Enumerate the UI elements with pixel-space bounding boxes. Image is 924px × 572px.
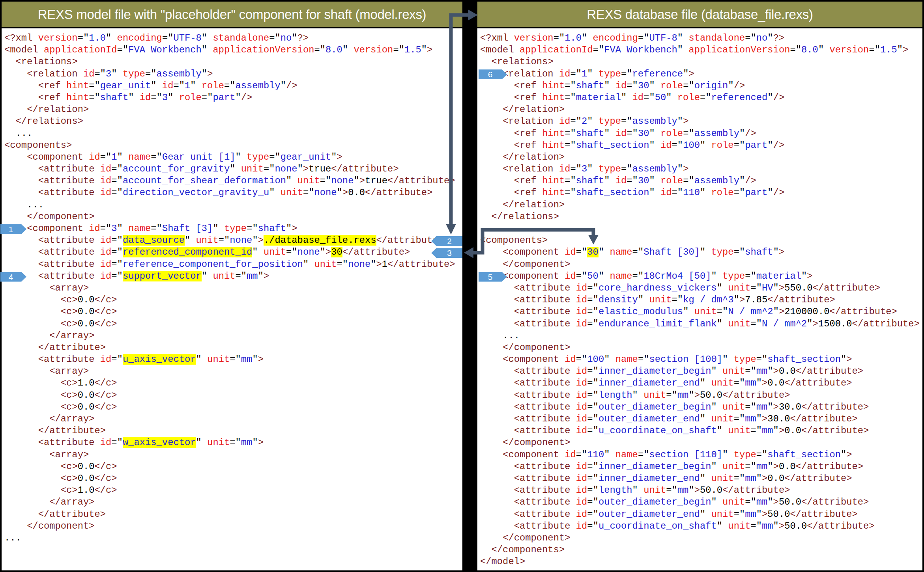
- code-line: </component>: [480, 259, 922, 270]
- panel-model-file: REXS model file with "placeholder" compo…: [2, 2, 462, 570]
- code-line: <attribute id="referenced_component_id" …: [4, 246, 462, 258]
- code-line: <attribute id="length" unit="mm">50.0</a…: [480, 389, 922, 401]
- panel-header-model-file: REXS model file with "placeholder" compo…: [2, 2, 462, 28]
- callout-badge-4: 4: [0, 272, 26, 282]
- code-line: <attribute id="inner_diameter_end" unit=…: [480, 377, 922, 389]
- code-line: <c>0.0</c>: [4, 401, 462, 413]
- code-line: <component id="3" name="Shaft [3]" type=…: [4, 223, 462, 235]
- highlighted-text: ./database_file.rexs: [264, 235, 376, 246]
- code-line: <c>0.0</c>: [4, 473, 462, 484]
- code-line: <attribute id="direction_vector_gravity_…: [4, 187, 462, 199]
- code-line: <attribute id="outer_diameter_end" unit=…: [480, 413, 922, 425]
- code-line: <component id="50" name="18CrMo4 [50]" t…: [480, 270, 922, 282]
- code-line: ...: [480, 330, 922, 342]
- code-line: <attribute id="u_coordinate_on_shaft" un…: [480, 520, 922, 532]
- code-line: </array>: [4, 413, 462, 425]
- panel-header-database-file: REXS database file (database_file.rexs): [477, 2, 922, 28]
- code-line: <array>: [4, 282, 462, 294]
- code-line: </component>: [480, 532, 922, 544]
- code-line: ...: [4, 532, 462, 544]
- code-line: <attribute id="u_coordinate_on_shaft" un…: [480, 425, 922, 437]
- code-line: <component id="110" name="section [110]"…: [480, 449, 922, 461]
- panel-title-model-file: REXS model file with "placeholder" compo…: [38, 7, 426, 22]
- callout-badge-5: 5: [479, 272, 507, 282]
- highlighted-text: u_axis_vector: [123, 354, 196, 365]
- code-line: <model applicationId="FVA Workbench" app…: [480, 44, 922, 56]
- code-line: <ref hint="material" id="50" role="refer…: [480, 92, 922, 104]
- code-line: </relation>: [480, 199, 922, 211]
- code-line: <c>0.0</c>: [4, 389, 462, 401]
- code-line: <?xml version="1.0" encoding="UTF-8" sta…: [4, 32, 462, 44]
- code-line: <attribute id="account_for_gravity" unit…: [4, 163, 462, 175]
- code-line: </relation>: [480, 104, 922, 116]
- code-line: </components>: [480, 544, 922, 556]
- code-line: <attribute id="inner_diameter_end" unit=…: [480, 473, 922, 484]
- code-line: <relation id="3" type="assembly">: [480, 163, 922, 175]
- code-line: <attribute id="outer_diameter_begin" uni…: [480, 401, 922, 413]
- code-line: </relation>: [480, 151, 922, 163]
- panel-title-database-file: REXS database file (database_file.rexs): [587, 7, 813, 22]
- highlighted-text: 30: [587, 247, 599, 257]
- code-line: <attribute id="outer_diameter_begin" uni…: [480, 496, 922, 508]
- code-line: <c>1.0</c>: [4, 377, 462, 389]
- code-line: <attribute id="u_axis_vector" unit="mm">: [4, 354, 462, 365]
- highlighted-text: w_axis_vector: [123, 437, 196, 448]
- panel-database-file: REXS database file (database_file.rexs) …: [477, 2, 922, 570]
- code-line: <attribute id="reference_component_for_p…: [4, 259, 462, 270]
- code-line: [480, 223, 922, 235]
- code-line: <attribute id="account_for_shear_deforma…: [4, 175, 462, 187]
- code-line: <ref hint="shaft" id="3" role="part"/>: [4, 92, 462, 104]
- code-line: <attribute id="outer_diameter_end" unit=…: [480, 509, 922, 520]
- code-line: </component>: [480, 342, 922, 354]
- code-line: ...: [4, 128, 462, 140]
- code-line: </component>: [480, 437, 922, 449]
- code-line: <components>: [480, 235, 922, 246]
- code-line: <component id="100" name="section [100]"…: [480, 354, 922, 365]
- code-line: <attribute id="core_hardness_vickers" un…: [480, 282, 922, 294]
- code-line: <attribute id="density" unit="kg / dm^3"…: [480, 294, 922, 306]
- code-area-database-file: <?xml version="1.0" encoding="UTF-8" sta…: [477, 28, 922, 570]
- code-line: <ref hint="shaft" id="30" role="assembly…: [480, 175, 922, 187]
- code-line: <relation id="2" type="assembly">: [480, 116, 922, 127]
- code-line: <relations>: [4, 56, 462, 68]
- callout-badge-2: 2: [431, 236, 462, 246]
- code-line: <attribute id="support_vector" unit="mm"…: [4, 270, 462, 282]
- code-line: <ref hint="shaft_section" id="110" role=…: [480, 187, 922, 199]
- code-line: <array>: [4, 365, 462, 377]
- code-line: <component id="30" name="Shaft [30]" typ…: [480, 246, 922, 258]
- code-line: </relation>: [4, 104, 462, 116]
- code-line: <attribute id="w_axis_vector" unit="mm">: [4, 437, 462, 449]
- figure-canvas: REXS model file with "placeholder" compo…: [0, 0, 924, 572]
- code-line: <attribute id="elastic_modulus" unit="N …: [480, 306, 922, 318]
- highlighted-text: data_source: [123, 235, 185, 246]
- code-line: <c>0.0</c>: [4, 294, 462, 306]
- code-line: <relations>: [480, 56, 922, 68]
- code-line: <attribute id="inner_diameter_begin" uni…: [480, 461, 922, 473]
- code-line: </attribute>: [4, 425, 462, 437]
- code-line: <attribute id="length" unit="mm">50.0</a…: [480, 484, 922, 496]
- code-line: </model>: [480, 556, 922, 568]
- code-line: <model applicationId="FVA Workbench" app…: [4, 44, 462, 56]
- code-line: <c>0.0</c>: [4, 461, 462, 473]
- code-line: </relations>: [480, 211, 922, 223]
- highlighted-text: support_vector: [123, 271, 202, 281]
- code-line: <attribute id="endurance_limit_flank" un…: [480, 318, 922, 330]
- code-line: <array>: [4, 449, 462, 461]
- code-line: </attribute>: [4, 509, 462, 520]
- code-line: <relation id="1" type="reference">: [480, 68, 922, 80]
- code-line: <attribute id="data_source" unit="none">…: [4, 235, 462, 246]
- highlighted-text: 30: [331, 247, 342, 257]
- code-line: </array>: [4, 330, 462, 342]
- code-line: </relations>: [4, 116, 462, 127]
- code-line: <ref hint="gear_unit" id="1" role="assem…: [4, 80, 462, 92]
- code-line: </component>: [4, 520, 462, 532]
- xml-code-database-file: <?xml version="1.0" encoding="UTF-8" sta…: [477, 28, 922, 568]
- code-line: <ref hint="shaft" id="30" role="origin"/…: [480, 80, 922, 92]
- code-line: <ref hint="shaft" id="30" role="assembly…: [480, 128, 922, 140]
- code-line: <component id="1" name="Gear unit [1]" t…: [4, 151, 462, 163]
- code-line: <c>0.0</c>: [4, 306, 462, 318]
- code-line: <c>0.0</c>: [4, 318, 462, 330]
- code-line: <ref hint="shaft_section" id="100" role=…: [480, 140, 922, 151]
- xml-code-model-file: <?xml version="1.0" encoding="UTF-8" sta…: [2, 28, 462, 544]
- code-line: </component>: [4, 211, 462, 223]
